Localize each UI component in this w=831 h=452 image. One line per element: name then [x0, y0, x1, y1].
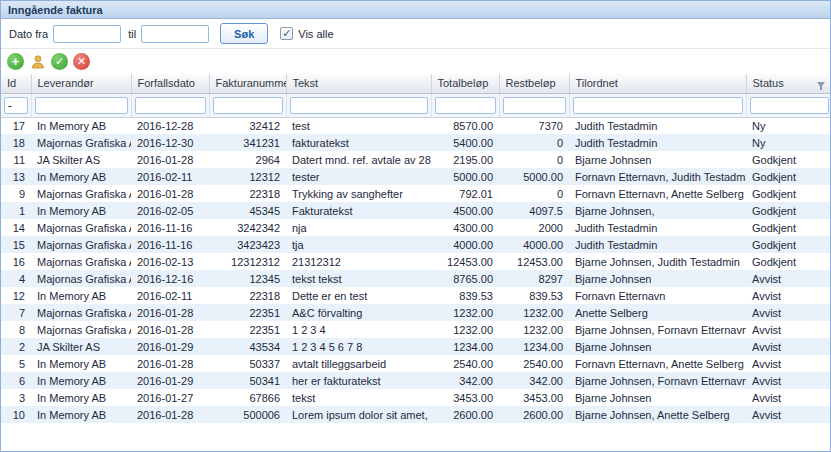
table-row[interactable]: 7Majornas Grafiska AB2016-01-2822351A&C … [1, 304, 831, 321]
user-icon[interactable] [29, 53, 46, 70]
cell-id: 15 [1, 236, 31, 253]
approve-icon[interactable]: ✓ [51, 53, 68, 70]
table-row[interactable]: 8Majornas Grafiska AB2016-01-28223511 2 … [1, 321, 831, 338]
cell-leverandor: Majornas Grafiska AB [31, 321, 131, 338]
cell-restbelop: 839.53 [499, 287, 569, 304]
filter-input-totalbelop[interactable] [435, 97, 496, 114]
column-header-fakturanummer[interactable]: Fakturanummer [209, 74, 286, 93]
cell-fakturanummer: 3423423 [209, 236, 286, 253]
table-row[interactable]: 4Majornas Grafiska AB2016-12-1612345teks… [1, 270, 831, 287]
cell-fakturanummer: 341231 [209, 134, 286, 151]
cell-fakturanummer: 67866 [209, 389, 286, 406]
search-button[interactable]: Søk [220, 23, 268, 44]
table-row[interactable]: 2JA Skilter AS2016-01-29435341 2 3 4 5 6… [1, 338, 831, 355]
cell-restbelop: 12453.00 [499, 253, 569, 270]
filter-icon[interactable] [816, 81, 826, 91]
cell-restbelop: 4000.00 [499, 236, 569, 253]
table-row[interactable]: 10In Memory AB2016-01-28500006Lorem ipsu… [1, 406, 831, 423]
table-row[interactable]: 13In Memory AB2016-02-1112312tester5000.… [1, 168, 831, 185]
filter-input-leverandor[interactable] [35, 97, 128, 114]
cell-totalbelop: 2195.00 [431, 151, 499, 168]
cell-tilordnet: Bjarne Johnsen, Fornavn Etternavn [569, 372, 746, 389]
table-row[interactable]: 14Majornas Grafiska AB2016-11-163242342n… [1, 219, 831, 236]
cell-fakturanummer: 500006 [209, 406, 286, 423]
filter-input-tekst[interactable] [290, 97, 428, 114]
header-row: IdLeverandørForfallsdatoFakturanummerTek… [1, 74, 831, 93]
cell-tilordnet: Bjarne Johnsen [569, 338, 746, 355]
reject-icon[interactable]: ✕ [73, 53, 90, 70]
cell-leverandor: Majornas Grafiska AB [31, 185, 131, 202]
table-row[interactable]: 1In Memory AB2016-02-0545345Fakturatekst… [1, 202, 831, 219]
table-row[interactable]: 9Majornas Grafiska AB2016-01-2822318Tryk… [1, 185, 831, 202]
cell-forfallsdato: 2016-01-28 [131, 304, 209, 321]
filter-input-fakturanummer[interactable] [213, 97, 283, 114]
cell-tilordnet: Fornavn Etternavn, Judith Testadmin [569, 168, 746, 185]
cell-restbelop: 1232.00 [499, 304, 569, 321]
cell-status: Godkjent [746, 168, 831, 185]
toolbar: + ✓ ✕ [1, 49, 830, 74]
table-row[interactable]: 16Majornas Grafiska AB2016-02-1312312312… [1, 253, 831, 270]
filter-input-forfallsdato[interactable] [135, 97, 206, 114]
cell-id: 4 [1, 270, 31, 287]
cell-totalbelop: 3453.00 [431, 389, 499, 406]
cell-fakturanummer: 45345 [209, 202, 286, 219]
table-row[interactable]: 17In Memory AB2016-12-2832412test8570.00… [1, 117, 831, 134]
cell-leverandor: In Memory AB [31, 168, 131, 185]
cell-restbelop: 1232.00 [499, 321, 569, 338]
cell-tilordnet: Judith Testadmin [569, 236, 746, 253]
cell-totalbelop: 4300.00 [431, 219, 499, 236]
cell-forfallsdato: 2016-01-28 [131, 321, 209, 338]
filter-input-restbelop[interactable] [503, 97, 566, 114]
column-header-totalbelop[interactable]: Totalbeløp [431, 74, 499, 93]
table-row[interactable]: 15Majornas Grafiska AB2016-11-163423423t… [1, 236, 831, 253]
column-header-id[interactable]: Id [1, 74, 31, 93]
cell-status: Godkjent [746, 151, 831, 168]
cell-status: Avvist [746, 338, 831, 355]
show-all-checkbox[interactable]: ✓ [280, 27, 293, 40]
date-to-input[interactable] [141, 25, 209, 43]
filter-input-tilordnet[interactable] [573, 97, 743, 114]
add-icon[interactable]: + [7, 53, 24, 70]
filter-cell-forfallsdato [131, 93, 209, 117]
table-row[interactable]: 11JA Skilter AS2016-01-282964Datert mnd.… [1, 151, 831, 168]
filter-input-status[interactable] [750, 97, 829, 114]
cell-tilordnet: Bjarne Johnsen [569, 270, 746, 287]
cell-tekst: nja [286, 219, 431, 236]
cell-status: Avvist [746, 287, 831, 304]
filter-input-id[interactable] [4, 97, 28, 114]
cell-fakturanummer: 22318 [209, 185, 286, 202]
cell-tilordnet: Bjarne Johnsen, Anette Selberg [569, 406, 746, 423]
column-header-tilordnet[interactable]: Tilordnet [569, 74, 746, 93]
cell-tilordnet: Anette Selberg [569, 304, 746, 321]
cell-leverandor: In Memory AB [31, 355, 131, 372]
cell-totalbelop: 1232.00 [431, 321, 499, 338]
date-from-label: Dato fra [9, 28, 48, 40]
cell-restbelop: 2000 [499, 219, 569, 236]
cell-id: 3 [1, 389, 31, 406]
column-header-leverandor[interactable]: Leverandør [31, 74, 131, 93]
cell-forfallsdato: 2016-11-16 [131, 236, 209, 253]
invoice-panel: Inngående faktura Dato fra til Søk ✓ Vis… [0, 0, 831, 452]
cell-status: Godkjent [746, 185, 831, 202]
column-header-forfallsdato[interactable]: Forfallsdato [131, 74, 209, 93]
table-row[interactable]: 18Majornas Grafiska AB2016-12-30341231fa… [1, 134, 831, 151]
cell-id: 7 [1, 304, 31, 321]
table-row[interactable]: 3In Memory AB2016-01-2767866tekst3453.00… [1, 389, 831, 406]
filter-row [1, 93, 831, 117]
table-row[interactable]: 5In Memory AB2016-01-2850337avtalt tille… [1, 355, 831, 372]
table-row[interactable]: 12In Memory AB2016-02-1122318Dette er en… [1, 287, 831, 304]
cell-tekst: tja [286, 236, 431, 253]
cell-status: Avvist [746, 406, 831, 423]
cell-leverandor: Majornas Grafiska AB [31, 219, 131, 236]
column-header-tekst[interactable]: Tekst [286, 74, 431, 93]
column-header-restbelop[interactable]: Restbeløp [499, 74, 569, 93]
cell-id: 2 [1, 338, 31, 355]
filter-cell-totalbelop [431, 93, 499, 117]
cell-leverandor: JA Skilter AS [31, 338, 131, 355]
cell-totalbelop: 1234.00 [431, 338, 499, 355]
filter-cell-tekst [286, 93, 431, 117]
cell-fakturanummer: 12312 [209, 168, 286, 185]
cell-forfallsdato: 2016-12-30 [131, 134, 209, 151]
table-row[interactable]: 6In Memory AB2016-01-2950341her er faktu… [1, 372, 831, 389]
date-from-input[interactable] [53, 25, 121, 43]
